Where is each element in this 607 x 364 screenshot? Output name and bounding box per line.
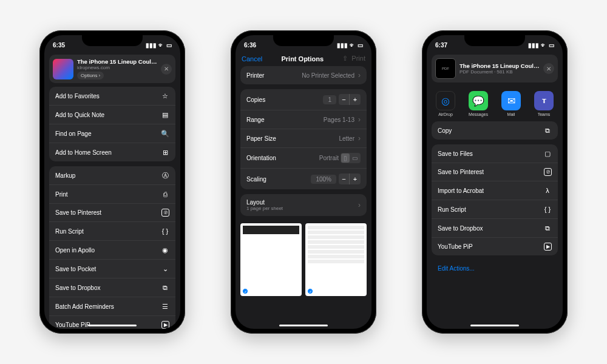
messages-icon: 💬	[469, 91, 488, 110]
dropbox-icon: ⧉	[543, 224, 552, 232]
wifi-icon: ᯤ	[541, 42, 547, 49]
printer-icon: ⎙	[161, 190, 169, 198]
share-app-mail[interactable]: ✉ Mail	[499, 91, 523, 116]
action-label: Save to Dropbox	[438, 225, 483, 232]
youtube-icon: ▶	[161, 321, 169, 329]
page-thumbnail	[53, 59, 73, 79]
action-note[interactable]: Add to Quick Note ▤	[49, 106, 175, 124]
action-group-2: Markup Ⓐ Print ⎙ Save to Pinterest ℗ Run…	[49, 166, 175, 329]
action-list[interactable]: Batch Add Reminders ☰	[49, 297, 175, 316]
printer-value: No Printer Selected	[302, 71, 361, 79]
action-label: Run Script	[438, 206, 466, 213]
edit-actions-button[interactable]: Edit Actions...	[432, 260, 558, 277]
list-icon: ☰	[161, 302, 169, 311]
action-dropbox[interactable]: Save to Dropbox ⧉	[49, 278, 175, 297]
share-header-card: The iPhone 15 Lineup Could... idropnews.…	[49, 55, 175, 83]
action-group-1: Add to Favorites ☆ Add to Quick Note ▤ F…	[49, 87, 175, 161]
action-label: Run Script	[55, 228, 84, 235]
action-label: Copy	[438, 127, 452, 134]
paper-size-row[interactable]: Paper Size Letter	[240, 129, 367, 148]
page-preview-1[interactable]: ✓Page 1 of 13	[240, 223, 302, 296]
action-youtube[interactable]: YouTube PiP ▶	[432, 238, 558, 255]
scaling-stepper[interactable]: 100% −+	[311, 174, 361, 184]
scaling-row: Scaling 100% −+	[240, 169, 367, 189]
action-label: Save to Pinterest	[438, 169, 484, 175]
action-search-doc[interactable]: Find on Page 🔍	[49, 124, 175, 143]
action-label: Find on Page	[55, 130, 92, 137]
action-pinterest[interactable]: Save to Pinterest ℗	[49, 204, 175, 222]
decrement-button[interactable]: −	[339, 174, 350, 184]
increment-button[interactable]: +	[350, 94, 361, 105]
airdrop-icon: ◎	[436, 91, 455, 110]
increment-button[interactable]: +	[350, 174, 361, 184]
action-label: Save to Dropbox	[55, 285, 101, 291]
printer-row[interactable]: Printer No Printer Selected	[240, 66, 367, 84]
action-copy[interactable]: Copy ⧉	[432, 121, 558, 140]
action-label: Add to Quick Note	[55, 112, 104, 118]
orientation-toggle[interactable]: ▯ ▭	[341, 153, 361, 163]
dropbox-icon: ⧉	[161, 283, 169, 292]
action-pinterest[interactable]: Save to Pinterest ℗	[432, 163, 558, 181]
pinterest-icon: ℗	[161, 209, 169, 217]
action-label: Import to Acrobat	[438, 187, 484, 194]
copies-stepper[interactable]: 1 −+	[323, 94, 361, 105]
orientation-row: Orientation Portrait ▯ ▭	[240, 148, 367, 169]
action-markup[interactable]: Markup Ⓐ	[49, 166, 175, 185]
braces-icon: { }	[161, 227, 169, 235]
action-printer[interactable]: Print ⎙	[49, 185, 175, 204]
action-acrobat[interactable]: Import to Acrobat λ	[432, 181, 558, 200]
mail-icon: ✉	[501, 91, 521, 110]
share-app-airdrop[interactable]: ◎ AirDrop	[433, 91, 458, 116]
print-nav-bar: Cancel Print Options ⇧ Print	[236, 51, 371, 66]
pdf-thumbnail: PDF	[435, 58, 456, 79]
action-label: Print	[55, 191, 68, 198]
action-youtube[interactable]: YouTube PiP ▶	[49, 316, 175, 329]
action-folder[interactable]: Save to Files ▢	[432, 144, 558, 163]
close-button[interactable]: ✕	[543, 63, 554, 74]
action-plus-square[interactable]: Add to Home Screen ⊞	[49, 143, 175, 161]
action-label: Save to Pocket	[55, 266, 96, 272]
layout-row[interactable]: Layout 1 page per sheet	[240, 194, 367, 216]
action-braces[interactable]: Run Script { }	[49, 222, 175, 241]
apollo-icon: ◉	[161, 246, 169, 254]
status-time: 6:36	[244, 42, 256, 49]
page-preview-2[interactable]: ✓Page 2	[305, 223, 367, 296]
options-button[interactable]: Options›	[77, 72, 104, 79]
home-indicator[interactable]	[279, 325, 328, 326]
share-app-messages[interactable]: 💬 Messages	[466, 91, 490, 116]
share-app-row[interactable]: ◎ AirDrop 💬 Messages ✉ Mail 𝗧 Teams	[427, 86, 563, 121]
print-button[interactable]: Print	[351, 55, 365, 62]
landscape-icon[interactable]: ▭	[350, 153, 360, 163]
page-check-icon[interactable]: ✓	[307, 288, 313, 294]
notch	[82, 35, 143, 46]
status-time: 6:35	[53, 42, 65, 49]
home-indicator[interactable]	[470, 325, 519, 326]
status-time: 6:37	[435, 42, 447, 49]
page-preview-row[interactable]: ✓Page 1 of 13 ✓Page 2	[236, 221, 371, 296]
action-apollo[interactable]: Open in Apollo ◉	[49, 241, 175, 260]
close-icon: ✕	[164, 66, 169, 72]
action-pocket[interactable]: Save to Pocket ⌄	[49, 260, 175, 278]
action-label: Add to Favorites	[55, 93, 100, 99]
signal-icon: ▮▮▮	[337, 42, 348, 49]
close-button[interactable]: ✕	[161, 64, 172, 75]
phone-share-sheet: 6:35 ▮▮▮ ᯤ ▭ The iPhone 15 Lineup Could.…	[39, 30, 185, 334]
share-icon[interactable]: ⇧	[342, 55, 348, 62]
wifi-icon: ᯤ	[350, 42, 356, 49]
search-doc-icon: 🔍	[161, 129, 169, 138]
portrait-icon[interactable]: ▯	[341, 153, 350, 163]
cancel-button[interactable]: Cancel	[242, 55, 262, 62]
action-star[interactable]: Add to Favorites ☆	[49, 87, 175, 106]
teams-icon: 𝗧	[534, 91, 554, 110]
range-row[interactable]: Range Pages 1-13	[240, 110, 367, 129]
battery-icon: ▭	[166, 42, 172, 49]
page-check-icon[interactable]: ✓	[242, 288, 248, 294]
notch	[273, 35, 334, 46]
action-dropbox[interactable]: Save to Dropbox ⧉	[432, 219, 558, 238]
home-indicator[interactable]	[88, 325, 137, 326]
share-app-teams[interactable]: 𝗧 Teams	[532, 91, 556, 116]
status-icons: ▮▮▮ ᯤ ▭	[528, 42, 554, 49]
action-braces[interactable]: Run Script { }	[432, 200, 558, 219]
status-icons: ▮▮▮ ᯤ ▭	[337, 42, 363, 49]
decrement-button[interactable]: −	[339, 94, 350, 105]
